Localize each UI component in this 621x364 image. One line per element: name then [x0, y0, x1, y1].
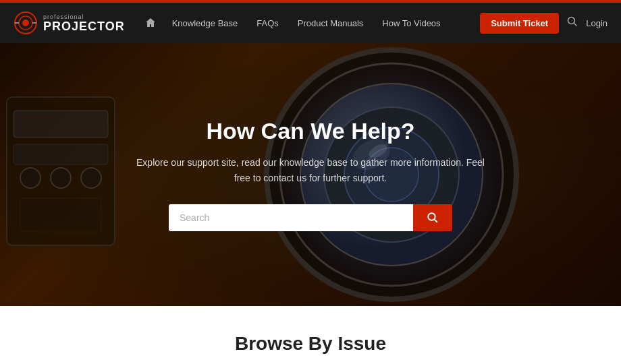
- search-submit-icon: [427, 212, 439, 224]
- svg-rect-17: [14, 144, 108, 164]
- svg-point-18: [20, 168, 40, 188]
- logo-icon: [14, 11, 38, 35]
- home-icon[interactable]: [145, 18, 156, 28]
- svg-point-20: [81, 168, 101, 188]
- nav-knowledge-base[interactable]: Knowledge Base: [163, 3, 248, 43]
- hero-section: How Can We Help? Explore our support sit…: [0, 43, 621, 306]
- search-button[interactable]: [413, 204, 452, 231]
- svg-line-23: [435, 220, 437, 222]
- svg-line-6: [574, 24, 577, 26]
- svg-rect-21: [20, 198, 101, 232]
- svg-rect-16: [14, 111, 108, 138]
- search-icon[interactable]: [567, 16, 578, 30]
- nav-product-manuals[interactable]: Product Manuals: [288, 3, 373, 43]
- svg-point-19: [51, 168, 71, 188]
- hero-subtitle: Explore our support site, read our knowl…: [135, 155, 486, 185]
- nav-right: Submit Ticket Login: [480, 13, 608, 34]
- login-link[interactable]: Login: [586, 18, 608, 28]
- hero-content: How Can We Help? Explore our support sit…: [122, 118, 500, 231]
- browse-title: Browse By Issue: [27, 333, 594, 355]
- submit-ticket-button[interactable]: Submit Ticket: [480, 13, 559, 34]
- nav-how-to-videos[interactable]: How To Videos: [373, 3, 450, 43]
- logo-link[interactable]: professional PROJECTOR: [14, 11, 125, 35]
- svg-point-22: [428, 213, 435, 220]
- nav-faqs[interactable]: FAQs: [247, 3, 288, 43]
- search-bar: [169, 204, 452, 231]
- browse-section: Browse By Issue: [0, 306, 621, 364]
- navbar: professional PROJECTOR Knowledge Base FA…: [0, 3, 621, 43]
- logo-text: professional PROJECTOR: [43, 14, 125, 32]
- svg-point-2: [22, 20, 29, 26]
- hero-title: How Can We Help?: [135, 118, 486, 144]
- svg-point-5: [568, 18, 575, 24]
- nav-links: Knowledge Base FAQs Product Manuals How …: [163, 3, 480, 43]
- search-input[interactable]: [169, 204, 413, 231]
